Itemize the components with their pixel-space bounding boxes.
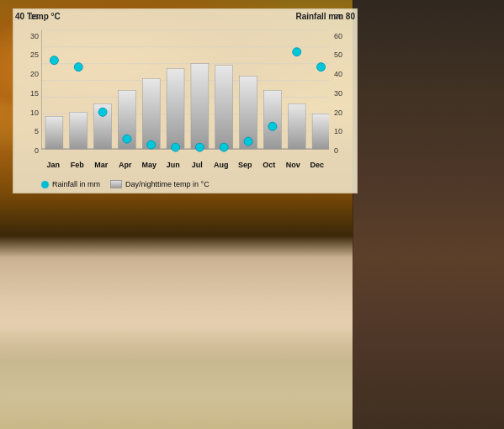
svg-rect-15: [191, 64, 209, 149]
month-jun: Jun: [162, 161, 186, 169]
chart-panel: 40 Temp °C Rainfall mm 80 35 30 25 20 15…: [13, 8, 358, 193]
svg-point-21: [50, 56, 58, 65]
month-apr: Apr: [114, 161, 138, 169]
background: 40 Temp °C Rainfall mm 80 35 30 25 20 15…: [0, 0, 504, 429]
legend-temp-label: Day/nighttime temp in °C: [125, 180, 210, 188]
svg-point-22: [74, 63, 82, 72]
month-oct: Oct: [257, 161, 282, 169]
y-axis-right: 70 60 50 40 30 20 10 0: [334, 13, 355, 155]
month-mar: Mar: [89, 161, 114, 169]
svg-point-29: [244, 137, 252, 146]
month-jan: Jan: [41, 161, 66, 169]
month-sep: Sep: [233, 161, 257, 169]
legend-rainfall: Rainfall in mm: [41, 180, 100, 188]
chart-svg: [41, 24, 329, 155]
month-dec: Dec: [305, 161, 330, 169]
month-feb: Feb: [66, 161, 90, 169]
y-axis-left: 35 30 25 20 15 10 5 0: [15, 13, 39, 155]
month-labels-row: Jan Feb Mar Apr May Jun Jul Aug Sep Oct …: [41, 161, 329, 169]
chart-inner: 40 Temp °C Rainfall mm 80 35 30 25 20 15…: [13, 9, 357, 193]
svg-rect-9: [45, 116, 63, 149]
legend-rect-temp: [110, 180, 122, 188]
bg-right-dark: [353, 0, 504, 429]
svg-point-26: [172, 143, 180, 151]
svg-point-31: [293, 48, 301, 56]
svg-point-24: [123, 135, 131, 143]
svg-rect-20: [312, 114, 329, 149]
month-nov: Nov: [281, 161, 305, 169]
month-may: May: [137, 161, 162, 169]
svg-rect-12: [118, 90, 135, 149]
svg-point-30: [268, 122, 277, 130]
svg-point-28: [220, 143, 228, 151]
chart-legend: Rainfall in mm Day/nighttime temp in °C: [41, 180, 348, 188]
legend-temp: Day/nighttime temp in °C: [110, 180, 210, 188]
svg-rect-16: [215, 66, 233, 149]
month-jul: Jul: [185, 161, 210, 169]
svg-point-27: [195, 143, 204, 151]
legend-dot-rainfall: [41, 181, 49, 188]
svg-point-25: [147, 140, 156, 149]
svg-point-23: [98, 108, 107, 116]
bg-salt: [0, 261, 353, 429]
svg-rect-14: [167, 69, 184, 149]
svg-rect-19: [288, 103, 305, 149]
svg-rect-10: [70, 112, 88, 149]
svg-rect-17: [240, 77, 257, 149]
svg-rect-11: [94, 103, 112, 149]
month-aug: Aug: [210, 161, 234, 169]
legend-rainfall-label: Rainfall in mm: [52, 180, 100, 188]
svg-rect-13: [142, 79, 160, 150]
svg-rect-18: [263, 90, 281, 149]
svg-point-32: [317, 63, 326, 72]
